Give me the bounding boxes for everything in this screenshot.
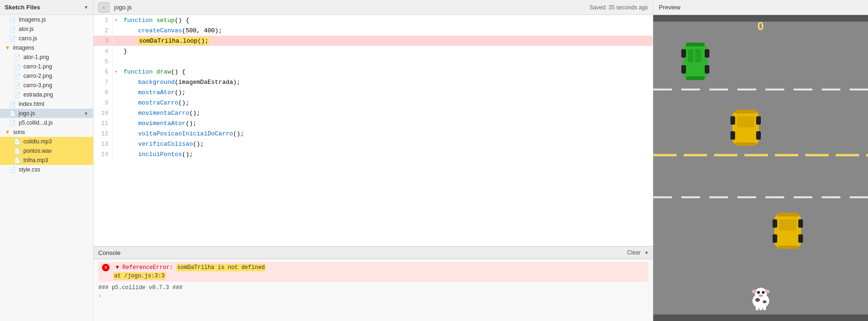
line-arrow: [112, 128, 120, 139]
code-line-14: 14 incluiPontos();: [94, 149, 653, 159]
line-arrow: [112, 149, 120, 159]
sidebar-item-carro-2-png[interactable]: 📄 carro-2.png: [0, 71, 93, 81]
sidebar-item-imagens-js[interactable]: 📄 Imagens.js: [0, 15, 93, 24]
sidebar-label: estrada.png: [23, 91, 53, 98]
sidebar-item-imagens-folder[interactable]: ▼ imagens: [0, 43, 93, 52]
line-number: 3: [94, 36, 112, 46]
file-icon: 📄: [14, 73, 21, 79]
code-line-5: 5: [94, 56, 653, 67]
sidebar-item-ator-1-png[interactable]: 📄 ator-1.png: [0, 52, 93, 62]
line-code: movimentaAtor();: [120, 118, 653, 128]
line-arrow: [112, 77, 120, 87]
console-panel: Console Clear ▾ ✕ ▼ ReferenceError: somD…: [94, 246, 653, 321]
line-code: background(imagemDaEstrada);: [120, 77, 653, 87]
svg-point-35: [759, 295, 760, 296]
sidebar-item-jogo-js[interactable]: 📄 jogo.js ▼: [0, 109, 93, 118]
code-line-1: 1 ▾ function setup() {: [94, 15, 653, 25]
console-body: ✕ ▼ ReferenceError: somDaTrilha is not d…: [94, 259, 653, 321]
sidebar-item-estrada-png[interactable]: 📄 estrada.png: [0, 90, 93, 99]
sidebar-item-p5collide-js[interactable]: 📄 p5.collid...d.js: [0, 118, 93, 127]
editor-console: 1 ▾ function setup() { 2 createCanvas(50…: [94, 15, 653, 321]
file-icon: 📄: [14, 157, 21, 164]
svg-rect-14: [735, 110, 756, 113]
error-location: at /jogo.js:3:3: [113, 272, 166, 280]
file-icon: 📄: [9, 120, 16, 126]
line-number: 1: [94, 15, 112, 25]
svg-rect-23: [777, 246, 798, 249]
back-icon: ‹: [103, 4, 105, 11]
line-arrow: [112, 118, 120, 128]
sidebar-label: Imagens.js: [19, 16, 46, 23]
back-button[interactable]: ‹: [98, 2, 109, 13]
line-code: incluiPontos();: [120, 149, 653, 159]
sidebar-item-carro-js[interactable]: 📄 carro.js: [0, 34, 93, 43]
expand-icon[interactable]: ▾: [645, 250, 648, 256]
sidebar: Sketch Files ▼ 📄 Imagens.js 📄 ator.js 📄 …: [0, 0, 94, 321]
console-info-text: ### p5.collide v0.7.3 ###: [98, 284, 182, 291]
svg-rect-18: [730, 131, 735, 140]
file-icon: 📄: [9, 17, 16, 23]
svg-rect-27: [798, 234, 803, 243]
editor-filename: jogo.js: [114, 4, 132, 11]
line-code: function draw() {: [120, 67, 653, 77]
player-car-svg: [681, 41, 709, 82]
sidebar-label: pontos.wav: [23, 148, 52, 154]
sidebar-item-sons-folder[interactable]: ▼ sons: [0, 127, 93, 137]
sidebar-item-index-html[interactable]: 📄 index.html: [0, 99, 93, 109]
sidebar-label: carro-3.png: [23, 82, 52, 89]
line-arrow: ▾: [112, 15, 120, 25]
road-bottom-edge: [653, 314, 868, 321]
line-code: mostraAtor();: [120, 87, 653, 97]
road-dash-row-1: [653, 88, 868, 91]
sidebar-header[interactable]: Sketch Files ▼: [0, 0, 93, 15]
road-dash-row-2: [653, 195, 868, 199]
sidebar-item-carro-1-png[interactable]: 📄 carro-1.png: [0, 62, 93, 71]
line-number: 8: [94, 87, 112, 97]
svg-rect-11: [705, 65, 709, 74]
line-number: 9: [94, 97, 112, 108]
sidebar-item-colidiu-mp3[interactable]: 📄 colidiu.mp3: [0, 137, 93, 146]
svg-point-33: [762, 291, 765, 294]
cow-character: [749, 287, 773, 313]
svg-rect-6: [686, 43, 705, 46]
sidebar-item-style-css[interactable]: 📄 style.css: [0, 165, 93, 174]
code-line-2: 2 createCanvas(500, 400);: [94, 25, 653, 36]
file-icon: 📄: [9, 111, 16, 117]
line-arrow: [112, 139, 120, 149]
error-line-1: ✕ ▼ ReferenceError: somDaTrilha is not d…: [102, 264, 644, 271]
line-code: createCanvas(500, 400);: [120, 25, 653, 36]
svg-rect-7: [686, 76, 705, 80]
sidebar-item-pontos-wav[interactable]: 📄 pontos.wav: [0, 146, 93, 156]
sidebar-label: carro-2.png: [23, 73, 52, 79]
svg-rect-17: [756, 116, 761, 125]
code-editor[interactable]: 1 ▾ function setup() { 2 createCanvas(50…: [94, 15, 653, 246]
sidebar-item-ator-js[interactable]: 📄 ator.js: [0, 24, 93, 34]
svg-rect-41: [763, 306, 766, 310]
line-number: 2: [94, 25, 112, 36]
line-arrow: [112, 46, 120, 56]
prompt-char: ›: [98, 293, 102, 299]
line-arrow: [112, 108, 120, 118]
svg-rect-9: [705, 49, 709, 58]
svg-rect-5: [695, 49, 701, 62]
file-icon: 📄: [9, 167, 16, 173]
sidebar-item-trilha-mp3[interactable]: 📄 trilha.mp3: [0, 156, 93, 165]
sidebar-item-carro-3-png[interactable]: 📄 carro-3.png: [0, 81, 93, 90]
code-line-10: 10 movimentaCarro();: [94, 108, 653, 118]
code-line-13: 13 verificaColisao();: [94, 139, 653, 149]
line-number: 6: [94, 67, 112, 77]
svg-point-30: [752, 290, 757, 293]
svg-rect-22: [777, 213, 798, 216]
console-prompt[interactable]: ›: [98, 292, 648, 300]
sidebar-label: ator-1.png: [23, 54, 49, 60]
line-number: 4: [94, 46, 112, 56]
preview-canvas: 0: [653, 15, 868, 321]
enemy-car-bottom-svg: [773, 212, 803, 250]
main-area: ‹ jogo.js Saved: 35 seconds ago 1 ▾ func…: [94, 0, 653, 321]
error-message: ▼ ReferenceError: somDaTrilha is not def…: [116, 264, 266, 271]
line-number: 10: [94, 108, 112, 118]
preview-title: Preview: [659, 4, 680, 11]
clear-button[interactable]: Clear: [624, 248, 643, 257]
line-code: movimentaCarro();: [120, 108, 653, 118]
sidebar-label: trilha.mp3: [23, 157, 48, 164]
